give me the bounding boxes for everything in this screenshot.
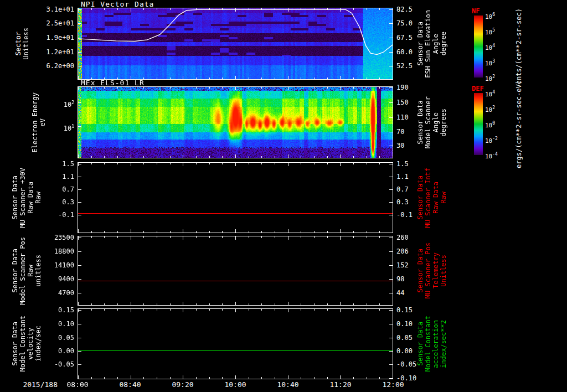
tick-mark	[104, 236, 105, 238]
tick-mark	[275, 156, 275, 158]
tick-mark	[117, 78, 118, 79]
tick-mark	[170, 156, 171, 158]
tick-mark	[222, 309, 223, 311]
panel-model-constant	[78, 308, 393, 379]
tick-mark	[104, 87, 105, 89]
tick-mark	[78, 66, 81, 66]
tick-mark	[288, 87, 288, 90]
tick-mark	[143, 231, 144, 233]
axis-title-line: degree	[440, 8, 447, 80]
tick-mark	[78, 293, 81, 293]
tick-mark	[143, 8, 144, 10]
tick-mark	[301, 303, 301, 305]
tick-mark	[327, 309, 328, 311]
tick-mark	[183, 375, 183, 379]
tick-mark	[249, 377, 249, 379]
axis-title-line: acceleration	[432, 308, 440, 379]
tick-mark	[353, 309, 354, 311]
tick-mark	[288, 236, 288, 240]
data-line	[78, 281, 393, 281]
tick-mark	[389, 364, 393, 365]
axis-title-line: index/sec**2	[440, 308, 447, 379]
tick-mark	[261, 303, 262, 305]
tick-mark	[78, 87, 79, 90]
y-tick-label: 0.7	[396, 186, 409, 193]
tick-mark	[389, 279, 393, 280]
tick-mark	[288, 302, 288, 305]
tick-mark	[209, 156, 210, 158]
tick-mark	[78, 52, 81, 53]
axis-title-line: Sensor Data	[416, 162, 424, 233]
colorbar-tick-label: 103	[485, 59, 495, 67]
tick-mark	[183, 309, 183, 312]
colorbar-tick-label: 102	[485, 105, 495, 114]
tick-mark	[353, 377, 354, 379]
tick-mark	[170, 377, 171, 379]
tick-mark	[275, 236, 275, 238]
tick-mark	[314, 309, 315, 311]
tick-mark	[367, 78, 367, 79]
tick-mark	[157, 231, 157, 233]
tick-mark	[314, 303, 315, 305]
tick-mark	[78, 279, 81, 280]
tick-mark	[196, 8, 197, 10]
tick-mark	[340, 309, 341, 312]
axis-title-line: velocity	[27, 308, 34, 379]
panel-title-els: MEx ELS-01 LR	[81, 79, 145, 87]
tick-mark	[249, 87, 249, 89]
tick-mark	[183, 76, 183, 79]
x-tick-label: 10:40	[277, 380, 298, 389]
tick-mark	[393, 229, 393, 233]
tick-mark	[367, 156, 367, 158]
tick-mark	[379, 87, 380, 89]
tick-mark	[389, 351, 393, 352]
axis-title-line: eV	[39, 86, 47, 158]
tick-mark	[235, 8, 236, 12]
tick-mark	[196, 87, 197, 89]
tick-mark	[131, 229, 131, 233]
x-tick-label: 08:40	[119, 380, 141, 389]
tick-mark	[367, 303, 367, 305]
tick-mark	[367, 87, 367, 89]
tick-mark	[275, 309, 275, 311]
tick-mark	[170, 8, 171, 10]
tick-mark	[104, 78, 105, 79]
tick-mark	[131, 8, 131, 12]
tick-mark	[117, 236, 118, 238]
tick-mark	[91, 78, 92, 79]
tick-mark	[379, 236, 380, 238]
tick-mark	[170, 231, 171, 233]
tick-mark	[196, 377, 197, 379]
tick-mark	[196, 78, 197, 79]
tick-mark	[78, 189, 81, 190]
tick-mark	[340, 302, 341, 305]
axis-title-line: index/sec	[34, 308, 42, 379]
tick-mark	[209, 236, 210, 238]
tick-mark	[314, 377, 315, 379]
axis-title-line: Raw Data	[27, 162, 34, 233]
axis-title-line: Model Constant	[19, 308, 27, 379]
tick-mark	[249, 236, 249, 238]
y-tick-label: -0.05	[396, 361, 416, 368]
y-tick-label: 6.2e+00	[29, 63, 74, 70]
panel-mu-scanner	[78, 162, 393, 233]
axis-title-line: Unitless	[22, 8, 30, 80]
tick-mark	[288, 375, 288, 379]
tick-mark	[91, 303, 92, 305]
tick-mark	[78, 163, 79, 166]
axis-title-line: Sector	[14, 8, 22, 80]
tick-mark	[91, 8, 92, 10]
tick-mark	[389, 66, 393, 66]
tick-mark	[393, 154, 393, 158]
tick-mark	[389, 202, 393, 203]
tick-mark	[209, 163, 210, 164]
colorbar-nf-units: cnts/(cm**2-sr-sec)	[515, 11, 523, 82]
tick-mark	[314, 156, 315, 158]
tick-mark	[389, 324, 393, 324]
tick-mark	[327, 231, 328, 233]
tick-mark	[340, 87, 341, 90]
tick-mark	[209, 377, 210, 379]
tick-mark	[104, 309, 105, 311]
colorbar-tick-label: 104	[485, 90, 495, 98]
axis-title-line: Sensor Data	[11, 162, 19, 233]
